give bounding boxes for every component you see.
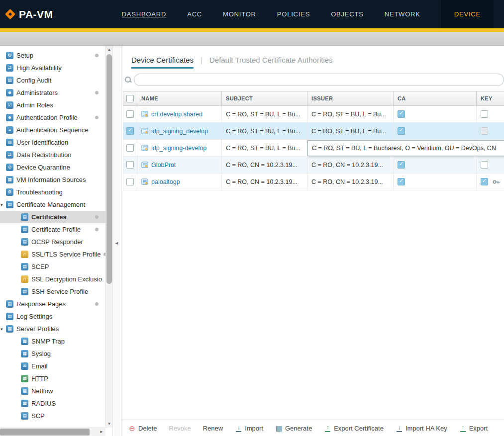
certificate-icon <box>141 110 149 118</box>
table-row: crt.develop.shared C = RO, ST = BU, L = … <box>123 106 504 123</box>
table-row: paloaltogp C = RO, CN = 10.2.3.19... C =… <box>123 174 504 190</box>
sidebar-item-ssh-service-profile[interactable]: SSH Service Profile <box>0 285 105 298</box>
nav-item-monitor[interactable]: MONITOR <box>223 0 256 28</box>
certificate-name-link[interactable]: idp_signing_develop <box>151 128 208 135</box>
row-checkbox[interactable] <box>126 178 134 185</box>
certificate-name-link[interactable]: crt.develop.shared <box>151 111 202 118</box>
sidebar-item-administrators[interactable]: Administrators <box>0 87 105 99</box>
nav-item-network[interactable]: NETWORK <box>385 0 420 28</box>
select-all-checkbox[interactable] <box>126 95 134 102</box>
sidebar-item-http[interactable]: HTTP <box>0 372 105 385</box>
pending-change-dot <box>95 228 99 231</box>
sidebar-item-ssl-decryption-exclusion[interactable]: SSL Decryption Exclusio <box>0 273 105 285</box>
row-checkbox[interactable] <box>126 144 134 152</box>
certificate-icon <box>141 144 149 152</box>
certificate-name-link[interactable]: idp_signing-develop <box>151 145 206 152</box>
brand-name: PA-VM <box>19 8 53 20</box>
nav-item-dashboard[interactable]: DASHBOARD <box>122 0 167 28</box>
delete-button[interactable]: Delete <box>128 425 157 432</box>
import-icon <box>235 425 242 432</box>
sidebar-item-response-pages[interactable]: Response Pages <box>0 298 105 310</box>
sidebar-item-authentication-profile[interactable]: Authentication Profile <box>0 111 105 124</box>
certificate-name-link[interactable]: paloaltogp <box>151 178 180 185</box>
generate-button[interactable]: Generate <box>275 425 312 432</box>
sidebar-item-user-identification[interactable]: User Identification <box>0 136 105 149</box>
vertical-scroll-thumb[interactable] <box>106 54 112 284</box>
import-ha-key-button[interactable]: Import HA Key <box>396 425 447 432</box>
sidebar-vertical-scrollbar[interactable] <box>105 46 112 428</box>
table-row: GlobProt C = RO, CN = 10.2.3.19... C = R… <box>123 157 504 174</box>
horizontal-scroll-thumb[interactable] <box>0 429 90 436</box>
sidebar-item-config-audit[interactable]: Config Audit <box>0 74 105 87</box>
column-header-subject[interactable]: SUBJECT <box>222 91 307 106</box>
ca-checkbox[interactable] <box>398 161 405 169</box>
export-ha-key-button[interactable]: Export <box>459 425 488 432</box>
column-header-key[interactable]: KEY <box>477 91 504 106</box>
sidebar-item-email[interactable]: Email <box>0 360 105 372</box>
sidebar-item-device-quarantine[interactable]: Device Quarantine <box>0 161 105 174</box>
sidebar-item-data-redistribution[interactable]: Data Redistribution <box>0 149 105 161</box>
ca-checkbox[interactable] <box>398 127 405 135</box>
ca-checkbox[interactable] <box>398 178 405 185</box>
email-icon <box>21 362 28 370</box>
column-header-issuer[interactable]: ISSUER <box>307 91 394 106</box>
pending-change-dot <box>95 54 99 57</box>
sidebar-item-setup[interactable]: Setup <box>0 49 105 62</box>
ssh-service-profile-icon <box>21 288 28 295</box>
sidebar-item-netflow[interactable]: Netflow <box>0 385 105 397</box>
import-button[interactable]: Import <box>235 425 263 432</box>
certificate-icon <box>141 161 149 169</box>
nav-item-objects[interactable]: OBJECTS <box>331 0 364 28</box>
sidebar-item-radius[interactable]: RADIUS <box>0 397 105 410</box>
nav-item-policies[interactable]: POLICIES <box>277 0 310 28</box>
key-checkbox[interactable] <box>481 127 488 135</box>
tab-device-certificates[interactable]: Device Certificates <box>131 56 194 69</box>
sidebar-item-admin-roles[interactable]: Admin Roles <box>0 99 105 111</box>
sidebar-item-ssl-tls-service-profile[interactable]: SSL/TLS Service Profile <box>0 248 105 261</box>
nav-item-device[interactable]: DEVICE <box>441 0 494 28</box>
column-header-ca[interactable]: CA <box>394 91 477 106</box>
row-checkbox[interactable] <box>126 110 134 118</box>
key-checkbox[interactable] <box>481 161 488 169</box>
row-checkbox[interactable] <box>126 127 134 135</box>
collapse-panel-icon[interactable] <box>114 241 119 246</box>
sidebar-item-certificates[interactable]: Certificates <box>0 211 105 223</box>
column-header-name[interactable]: NAME <box>137 91 222 106</box>
sidebar-item-authentication-sequence[interactable]: Authentication Sequence <box>0 124 105 136</box>
export-certificate-button[interactable]: Export Certificate <box>324 425 384 432</box>
radius-icon <box>21 400 28 407</box>
collapse-caret-icon[interactable] <box>0 202 5 207</box>
scroll-right-icon[interactable] <box>98 428 105 436</box>
sidebar-item-server-profiles[interactable]: Server Profiles <box>0 323 105 335</box>
tab-default-trusted-certificate-authorities[interactable]: Default Trusted Certificate Authorities <box>209 56 333 69</box>
export-icon <box>324 425 331 432</box>
sidebar-horizontal-scrollbar[interactable] <box>0 428 105 436</box>
nav-item-acc[interactable]: ACC <box>187 0 202 28</box>
sidebar-item-scp[interactable]: SCP <box>0 410 105 422</box>
panel-splitter[interactable] <box>112 46 121 436</box>
scroll-down-icon[interactable] <box>106 420 112 428</box>
certificate-name-link[interactable]: GlobProt <box>151 162 176 169</box>
ca-checkbox[interactable] <box>398 110 405 118</box>
response-pages-icon <box>6 300 13 308</box>
renew-button[interactable]: Renew <box>203 425 223 432</box>
sidebar-item-snmp-trap[interactable]: SNMP Trap <box>0 335 105 348</box>
sidebar-item-vm-information-sources[interactable]: VM Information Sources <box>0 174 105 186</box>
sidebar-item-high-availability[interactable]: High Availability <box>0 62 105 74</box>
collapse-caret-icon[interactable] <box>0 327 5 332</box>
key-checkbox[interactable] <box>481 178 488 185</box>
scroll-up-icon[interactable] <box>106 46 112 53</box>
key-checkbox[interactable] <box>481 110 488 118</box>
row-checkbox[interactable] <box>126 161 134 169</box>
sidebar-item-certificate-profile[interactable]: Certificate Profile <box>0 223 105 236</box>
lock-icon <box>21 275 28 283</box>
sidebar-item-log-settings[interactable]: Log Settings <box>0 310 105 323</box>
sidebar-item-scep[interactable]: SCEP <box>0 261 105 273</box>
sidebar-item-syslog[interactable]: Syslog <box>0 348 105 360</box>
revoke-button[interactable]: Revoke <box>169 425 191 432</box>
sidebar-item-certificate-management[interactable]: Certificate Management <box>0 198 105 211</box>
search-input[interactable] <box>134 74 504 86</box>
sidebar-item-troubleshooting[interactable]: Troubleshooting <box>0 186 105 198</box>
user-identification-icon <box>6 139 13 146</box>
sidebar-item-ocsp-responder[interactable]: OCSP Responder <box>0 236 105 248</box>
